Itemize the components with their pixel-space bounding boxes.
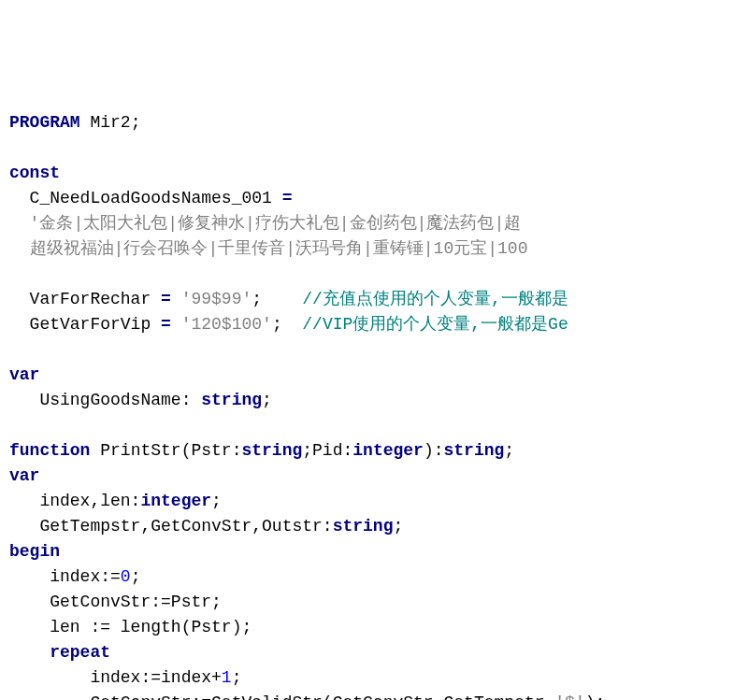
code-token: var: [9, 365, 39, 384]
code-token: GetTempstr,GetConvStr,Outstr:: [9, 517, 333, 536]
code-line: [9, 337, 748, 363]
code-line: 超级祝福油|行会召唤令|千里传音|沃玛号角|重铸锤|10元宝|100: [9, 236, 748, 262]
code-line: var: [9, 363, 748, 388]
code-line: GetTempstr,GetConvStr,Outstr:string;: [9, 514, 748, 539]
code-token: VarForRechar: [9, 290, 161, 308]
code-line: [9, 136, 748, 161]
code-token: ;: [504, 441, 514, 460]
code-line: GetVarForVip = '120$100'; //VIP使用的个人变量,一…: [9, 312, 748, 337]
code-line: UsingGoodsName: string;: [9, 388, 748, 413]
code-token: GetConvStr:=GetValidStr(GetConvStr,GetTe…: [9, 693, 554, 700]
code-token: ;: [232, 668, 242, 687]
code-token: =: [282, 189, 293, 207]
code-token: '99$99': [181, 290, 252, 308]
code-token: string: [241, 441, 302, 460]
code-token: ;: [393, 517, 403, 536]
code-line: index:=0;: [9, 564, 748, 590]
code-token: begin: [9, 542, 60, 561]
code-line: index,len:integer;: [9, 489, 748, 514]
code-token: C_NeedLoadGoodsNames_001: [9, 189, 282, 207]
code-line: index:=index+1;: [9, 665, 748, 691]
code-token: integer: [140, 492, 211, 510]
code-token: ):: [424, 441, 444, 460]
code-token: integer: [352, 441, 424, 460]
code-line: function PrintStr(Pstr:string;Pid:intege…: [9, 438, 748, 464]
code-line: len := length(Pstr);: [9, 615, 748, 640]
code-token: UsingGoodsName:: [9, 391, 201, 409]
code-token: ;: [131, 567, 141, 586]
code-token: '120$100': [181, 315, 272, 334]
code-token: function: [9, 441, 90, 460]
code-token: 超级祝福油|行会召唤令|千里传音|沃玛号角|重铸锤|10元宝|100: [30, 239, 528, 258]
code-token: [9, 214, 30, 233]
code-token: ;: [262, 391, 272, 409]
code-token: =: [161, 315, 171, 334]
code-line: VarForRechar = '99$99'; //充值点使用的个人变量,一般都…: [9, 287, 748, 312]
code-line: '金条|太阳大礼包|修复神水|疗伤大礼包|金创药包|魔法药包|超: [9, 211, 748, 236]
code-token: repeat: [50, 643, 110, 662]
code-token: );: [585, 693, 606, 700]
code-token: 0: [121, 567, 131, 586]
code-token: string: [201, 391, 262, 409]
code-token: '$': [554, 693, 584, 700]
code-token: Mir2;: [80, 113, 141, 132]
code-token: PROGRAM: [9, 113, 80, 132]
code-token: //充值点使用的个人变量,一般都是: [302, 290, 568, 308]
code-token: const: [9, 164, 60, 182]
code-line: [9, 413, 748, 438]
code-token: GetConvStr:=Pstr;: [9, 593, 222, 611]
code-token: '金条|太阳大礼包|修复神水|疗伤大礼包|金创药包|魔法药包|超: [30, 214, 522, 233]
code-token: ;Pid:: [302, 441, 352, 460]
code-line: C_NeedLoadGoodsNames_001 =: [9, 186, 748, 211]
code-token: index:=: [9, 567, 121, 586]
code-token: =: [161, 290, 171, 308]
code-token: len := length(Pstr);: [9, 618, 252, 636]
code-line: GetConvStr:=GetValidStr(GetConvStr,GetTe…: [9, 691, 748, 700]
code-block: PROGRAM Mir2; const C_NeedLoadGoodsNames…: [9, 110, 748, 700]
code-token: index:=index+: [9, 668, 222, 687]
code-token: string: [333, 517, 394, 536]
code-token: [171, 315, 181, 334]
code-token: ;: [252, 290, 302, 308]
code-line: var: [9, 464, 748, 489]
code-line: const: [9, 161, 748, 186]
code-token: 1: [222, 668, 232, 687]
code-token: var: [9, 466, 39, 485]
code-token: [171, 290, 181, 308]
code-token: //VIP使用的个人变量,一般都是Ge: [302, 315, 568, 334]
code-token: ;: [211, 492, 222, 510]
code-token: PrintStr(Pstr:: [90, 441, 241, 460]
code-line: [9, 262, 748, 287]
code-token: ;: [272, 315, 302, 334]
code-token: [9, 239, 30, 258]
code-line: repeat: [9, 640, 748, 665]
code-line: PROGRAM Mir2;: [9, 110, 748, 136]
code-token: [9, 643, 50, 662]
code-line: GetConvStr:=Pstr;: [9, 590, 748, 615]
code-token: string: [444, 441, 505, 460]
code-line: begin: [9, 539, 748, 564]
code-token: GetVarForVip: [9, 315, 161, 334]
code-token: index,len:: [9, 492, 140, 510]
